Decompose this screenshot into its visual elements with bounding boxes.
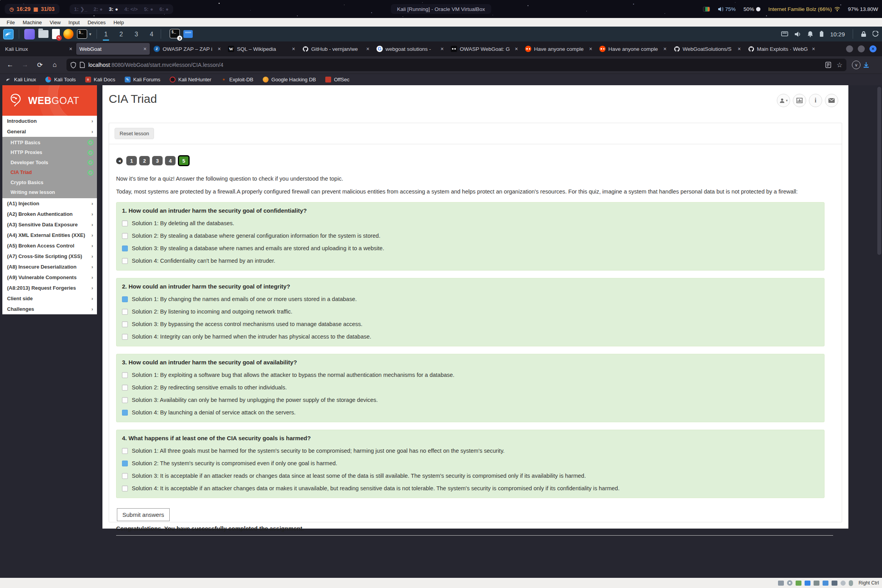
checkbox[interactable] (122, 334, 128, 340)
reader-mode-icon[interactable] (825, 62, 831, 68)
bookmark-star-icon[interactable]: ☆ (837, 61, 843, 69)
tab-kali-linux[interactable]: Kali Linux× (2, 43, 75, 55)
tab-reddit-2[interactable]: Have anyone comple× (596, 43, 670, 55)
checkbox[interactable] (122, 296, 128, 302)
pager-page-3[interactable]: 3 (152, 156, 163, 165)
back-button[interactable]: ← (4, 59, 16, 71)
sidebar-item-developer-tools[interactable]: Developer Tools✓ (2, 158, 97, 168)
sidebar-item-challenges[interactable]: Challenges› (2, 304, 97, 314)
sidebar-item-a8-deserialization[interactable]: (A8) Insecure Deserialization› (2, 262, 97, 272)
bookmark-kali-linux[interactable]: Kali Linux (5, 77, 36, 82)
sidebar-item-http-basics[interactable]: HTTP Basics✓ (2, 138, 97, 148)
bookmark-kali-nethunter[interactable]: Kali NetHunter (170, 77, 212, 82)
audio-status-icon[interactable] (796, 581, 801, 586)
bookmark-kali-docs[interactable]: ≡Kali Docs (85, 77, 115, 82)
pager-back-button[interactable]: ◄ (116, 158, 123, 164)
minimize-button[interactable] (846, 45, 853, 52)
menu-view[interactable]: View (46, 19, 64, 26)
quiz-option[interactable]: Solution 4: Confidentiality can't be har… (122, 258, 819, 264)
close-tab-icon[interactable]: × (218, 46, 221, 52)
checkbox[interactable] (122, 258, 128, 264)
sidebar-item-a9-vulnerable-components[interactable]: (A9) Vulnerable Components› (2, 272, 97, 283)
quiz-option[interactable]: Solution 4: It is acceptable if an attac… (122, 485, 819, 491)
close-window-button[interactable]: × (869, 45, 877, 52)
quiz-option[interactable]: Solution 3: Availability can only be har… (122, 397, 819, 403)
usb-status-icon[interactable] (814, 581, 819, 586)
sidebar-item-cia-triad-active[interactable]: CIA Triad✓ (2, 168, 97, 178)
bookmark-kali-forums[interactable]: ✎Kali Forums (125, 77, 160, 82)
sidebar-item-writing-new-lesson[interactable]: Writing new lesson (2, 188, 97, 198)
quiz-option[interactable]: Solution 2: By redirecting sensitive ema… (122, 384, 819, 391)
terminal-window-button[interactable]: $_3 (170, 29, 180, 39)
network-indicator[interactable]: Internet Familie Bolz (66%) (768, 6, 840, 12)
tab-webgoatsolutions[interactable]: WebGoatSolutions/S× (670, 43, 744, 55)
sidebar-item-a8-2013-request-forgeries[interactable]: (A8:2013) Request Forgeries› (2, 283, 97, 293)
file-manager-button[interactable] (38, 30, 48, 38)
menu-help[interactable]: Help (110, 19, 127, 26)
sidebar-item-a2-broken-auth[interactable]: (A2) Broken Authentication› (2, 209, 97, 219)
about-button[interactable]: i (809, 94, 822, 107)
quiz-option[interactable]: Solution 2: By stealing a database where… (122, 233, 819, 239)
pager-page-5-active[interactable]: 5 (178, 155, 190, 166)
menu-devices[interactable]: Devices (84, 19, 109, 26)
home-button[interactable]: ⌂ (48, 59, 61, 71)
maximize-button[interactable] (858, 45, 865, 52)
close-tab-icon[interactable]: × (143, 46, 147, 52)
brightness-indicator[interactable]: 50% (744, 6, 760, 12)
tab-google-search[interactable]: Gwebgoat solutions -× (373, 43, 447, 55)
quiz-option[interactable]: Solution 4: By launching a denial of ser… (122, 409, 819, 416)
workspace-2[interactable]: 2:● (93, 6, 102, 12)
speaker-icon[interactable] (794, 31, 801, 37)
workspace-4[interactable]: 4:</> (124, 6, 138, 12)
quiz-option[interactable]: Solution 4: Integrity can only be harmed… (122, 333, 819, 340)
checkbox[interactable] (122, 246, 128, 251)
display-status-icon[interactable] (832, 581, 837, 586)
checkbox[interactable] (122, 309, 128, 315)
sidebar-item-client-side[interactable]: Client side› (2, 293, 97, 304)
display-icon[interactable] (781, 31, 788, 37)
quiz-option[interactable]: Solution 2: The system's security is com… (122, 460, 819, 466)
bell-icon[interactable] (807, 31, 813, 37)
mouse-integration-icon[interactable] (849, 580, 853, 586)
user-menu-button[interactable]: ▾ (777, 94, 790, 107)
vm-workspace-1[interactable]: 1 (102, 29, 110, 39)
sidebar-item-general[interactable]: General› (2, 126, 97, 137)
menu-input[interactable]: Input (65, 19, 83, 26)
logout-icon[interactable] (873, 31, 879, 37)
downloads-window-button[interactable] (183, 30, 193, 38)
battery-icon[interactable] (819, 31, 824, 37)
close-tab-icon[interactable]: × (589, 46, 592, 52)
close-tab-icon[interactable]: × (292, 46, 295, 52)
checkbox[interactable] (122, 233, 128, 239)
tab-sql-wikipedia[interactable]: WSQL – Wikipedia× (225, 43, 298, 55)
volume-indicator[interactable]: 75% (718, 6, 736, 12)
reset-lesson-button[interactable]: Reset lesson (115, 128, 154, 139)
quiz-option[interactable]: Solution 3: By stealing a database where… (122, 245, 819, 251)
vm-clock[interactable]: 10:29 (830, 31, 845, 38)
sidebar-item-a5-access-control[interactable]: (A5) Broken Access Control› (2, 240, 97, 251)
text-editor-button[interactable] (52, 29, 60, 39)
shared-folders-status-icon[interactable] (823, 581, 828, 586)
forward-button[interactable]: → (19, 59, 31, 71)
vm-workspace-4[interactable]: 4 (147, 29, 156, 39)
tab-reddit-1[interactable]: Have anyone comple× (522, 43, 595, 55)
pager-page-1[interactable]: 1 (126, 156, 137, 165)
workspace-5[interactable]: 5:● (144, 6, 153, 12)
checkbox[interactable] (122, 486, 128, 491)
tab-github-vernjan[interactable]: GitHub - vernjan/we× (299, 43, 373, 55)
submit-answers-button[interactable]: Submit answers (117, 508, 170, 521)
kali-menu-button[interactable] (3, 29, 14, 39)
close-tab-icon[interactable]: × (812, 46, 815, 52)
quiz-option[interactable]: Solution 1: By deleting all the database… (122, 220, 819, 226)
close-tab-icon[interactable]: × (663, 46, 667, 52)
optical-drive-status-icon[interactable] (787, 580, 792, 586)
tab-owasp-zap[interactable]: ZOWASP ZAP – ZAP i× (151, 43, 224, 55)
workspace-6[interactable]: 6:● (160, 6, 169, 12)
close-tab-icon[interactable]: × (738, 46, 741, 52)
keyboard-layout-icon[interactable] (703, 7, 710, 12)
sidebar-item-http-proxies[interactable]: HTTP Proxies✓ (2, 148, 97, 158)
checkbox[interactable] (122, 385, 128, 391)
scoreboard-button[interactable] (793, 94, 806, 107)
bookmark-offsec[interactable]: OffSec (325, 77, 350, 82)
vm-workspace-2[interactable]: 2 (117, 29, 125, 39)
